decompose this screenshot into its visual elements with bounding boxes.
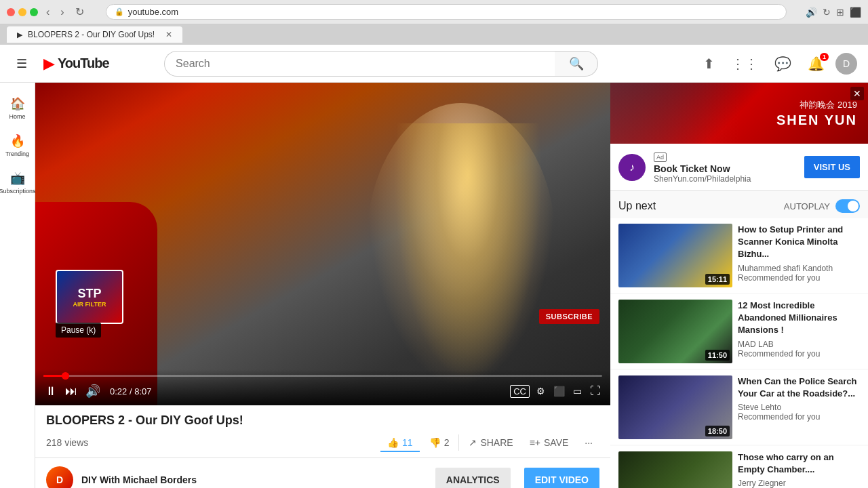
ad-close-button[interactable]: ✕ xyxy=(850,87,864,100)
up-next-title: Up next xyxy=(618,200,656,212)
tab-bar: ▶ BLOOPERS 2 - Our DIY Goof Ups! ✕ xyxy=(0,24,868,45)
address-bar[interactable]: 🔒 youtube.com xyxy=(106,4,787,20)
search-container: 🔍 xyxy=(164,51,598,77)
progress-dot xyxy=(62,372,69,380)
rec-title: When Can the Police Search Your Car at t… xyxy=(738,375,860,400)
video-area: STP AIR FILTER SUBSCRIBE Pause (k) ⏸ ⏭ xyxy=(35,83,610,488)
progress-bar[interactable] xyxy=(43,375,602,377)
theater-button[interactable]: ▭ xyxy=(572,384,583,398)
rec-channel: Jerry Ziegner xyxy=(738,479,860,488)
ad-banner: 神韵晚会 2019 SHEN YUN ✕ xyxy=(610,83,868,144)
rec-info: Those who carry on an Empty Chamber.... … xyxy=(738,451,860,488)
recommendation-item[interactable]: 11:50 12 Most Incredible Abandoned Milli… xyxy=(610,294,868,369)
forward-button[interactable]: › xyxy=(58,5,66,20)
traffic-lights xyxy=(7,8,38,16)
rec-duration: 18:50 xyxy=(705,426,730,436)
rec-channel: MAD LAB xyxy=(738,340,860,349)
cc-button[interactable]: CC xyxy=(510,385,530,398)
mini-player-button[interactable]: ⬛ xyxy=(552,384,566,398)
sidebar-item-home[interactable]: 🏠 Home xyxy=(1,91,34,125)
rec-thumbnail: 18:50 xyxy=(618,375,732,439)
rec-meta: Recommended for you xyxy=(738,273,860,283)
like-icon: 👍 xyxy=(387,437,399,448)
save-button[interactable]: ≡+ SAVE xyxy=(523,433,576,452)
youtube-logo[interactable]: ▶ YouTube xyxy=(43,55,109,73)
settings-button[interactable]: ⚙ xyxy=(535,384,547,398)
url-text: youtube.com xyxy=(128,7,178,17)
rec-channel: Muhammed shafi Kandoth xyxy=(738,264,860,273)
like-button[interactable]: 👍 11 xyxy=(380,433,420,452)
volume-icon: 🔊 xyxy=(806,7,817,18)
recommendation-item[interactable]: 5:14 Those who carry on an Empty Chamber… xyxy=(610,446,868,488)
video-title: BLOOPERS 2 - Our DIY Goof Ups! xyxy=(46,413,599,428)
rec-duration: 15:11 xyxy=(705,274,730,285)
next-button[interactable]: ⏭ xyxy=(64,383,79,400)
sidebar-item-trending[interactable]: 🔥 Trending xyxy=(1,128,34,163)
ad-banner-line2: SHEN YUN xyxy=(739,113,857,128)
reload-button[interactable]: ↻ xyxy=(73,4,87,20)
analytics-button[interactable]: ANALYTICS xyxy=(435,468,511,488)
fullscreen-button[interactable]: ⛶ xyxy=(589,384,602,399)
autoplay-label: AUTOPLAY xyxy=(784,201,830,211)
sidebar: 🏠 Home 🔥 Trending 📺 Subscriptions xyxy=(0,83,35,488)
search-input[interactable] xyxy=(164,51,555,77)
video-info: BLOOPERS 2 - Our DIY Goof Ups! 218 views… xyxy=(35,405,610,458)
active-tab[interactable]: ▶ BLOOPERS 2 - Our DIY Goof Ups! ✕ xyxy=(7,26,182,43)
divider xyxy=(458,434,459,451)
messages-button[interactable]: 💬 xyxy=(769,50,797,77)
trending-icon: 🔥 xyxy=(10,134,25,148)
apps-button[interactable]: ⋮⋮ xyxy=(726,50,764,77)
youtube-header: ☰ ▶ YouTube 🔍 ⬆ ⋮⋮ 💬 🔔 1 D xyxy=(0,45,868,83)
visit-button[interactable]: VISIT US xyxy=(804,156,860,178)
sidebar-label-trending: Trending xyxy=(5,150,29,157)
sidebar-item-subscriptions[interactable]: 📺 Subscriptions xyxy=(1,165,34,200)
edit-video-button[interactable]: EDIT VIDEO xyxy=(524,468,599,488)
recommendation-item[interactable]: 18:50 When Can the Police Search Your Ca… xyxy=(610,370,868,445)
ad-card: ♪ Ad Book Ticket Now ShenYun.com/Philade… xyxy=(610,144,868,191)
up-next-header: Up next AUTOPLAY xyxy=(610,191,868,218)
menu-button[interactable]: ☰ xyxy=(11,51,33,77)
stp-product-name: AIR FILTER xyxy=(73,301,106,308)
more-button[interactable]: ··· xyxy=(578,433,599,452)
reload-icon2: ↻ xyxy=(823,7,831,18)
close-button[interactable] xyxy=(7,8,15,16)
subscriptions-icon: 📺 xyxy=(10,171,25,186)
view-count: 218 views xyxy=(46,437,88,448)
back-button[interactable]: ‹ xyxy=(43,5,52,20)
video-meta-row: 218 views 👍 11 👎 2 ↗ SHARE xyxy=(46,433,599,452)
sidebar-label-subs: Subscriptions xyxy=(0,188,36,195)
subscribe-badge[interactable]: SUBSCRIBE xyxy=(539,309,599,324)
minimize-button[interactable] xyxy=(18,8,26,16)
maximize-button[interactable] xyxy=(30,8,38,16)
controls-row: ⏸ ⏭ 🔊 0:22 / 8:07 CC ⚙ ⬛ ▭ ⛶ xyxy=(43,382,602,400)
share-button[interactable]: ↗ SHARE xyxy=(462,433,519,452)
tab-close-icon[interactable]: ✕ xyxy=(165,30,172,39)
tab-label: BLOOPERS 2 - Our DIY Goof Ups! xyxy=(28,30,155,39)
right-controls: CC ⚙ ⬛ ▭ ⛶ xyxy=(510,384,602,399)
rec-title: 12 Most Incredible Abandoned Millionaire… xyxy=(738,300,860,337)
right-sidebar: 神韵晚会 2019 SHEN YUN ✕ ♪ Ad Book Ticket No… xyxy=(610,83,868,488)
autoplay-toggle[interactable] xyxy=(835,199,860,213)
header-actions: ⬆ ⋮⋮ 💬 🔔 1 D xyxy=(698,50,857,77)
save-icon: ≡+ xyxy=(530,437,540,448)
rec-thumbnail: 15:11 xyxy=(618,224,732,287)
upload-button[interactable]: ⬆ xyxy=(698,50,720,77)
video-frame[interactable]: STP AIR FILTER SUBSCRIBE Pause (k) ⏸ ⏭ xyxy=(35,83,610,405)
notifications-button[interactable]: 🔔 1 xyxy=(802,50,830,77)
search-button[interactable]: 🔍 xyxy=(555,51,598,77)
rec-thumbnail: 11:50 xyxy=(618,300,732,363)
lock-icon: 🔒 xyxy=(115,7,124,16)
ad-dancer-graphic xyxy=(610,83,739,144)
recommendation-item[interactable]: 15:11 How to Setup Printer and Scanner K… xyxy=(610,218,868,293)
home-icon: 🏠 xyxy=(10,96,25,111)
play-pause-button[interactable]: ⏸ xyxy=(43,383,58,400)
channel-name[interactable]: DIY With Michael Borders xyxy=(81,474,197,485)
channel-info: DIY With Michael Borders xyxy=(81,474,197,485)
dislike-count: 2 xyxy=(444,437,450,448)
action-buttons: 👍 11 👎 2 ↗ SHARE ≡+ SAVE xyxy=(380,433,599,452)
dislike-button[interactable]: 👎 2 xyxy=(422,433,456,452)
volume-button[interactable]: 🔊 xyxy=(84,382,102,400)
rec-channel: Steve Lehto xyxy=(738,403,860,412)
user-avatar[interactable]: D xyxy=(835,53,857,75)
ad-badge: Ad xyxy=(654,152,667,162)
